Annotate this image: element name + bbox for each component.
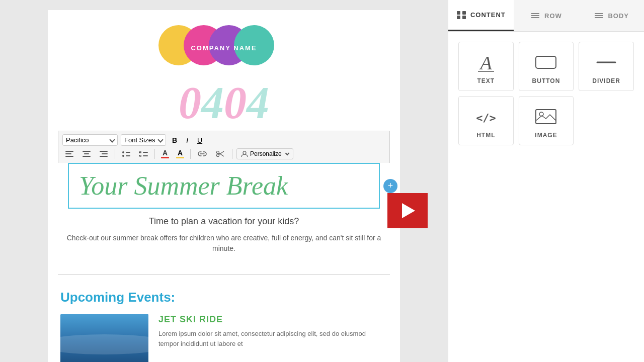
logo-area: COMPANY NAME	[48, 10, 400, 80]
event-image	[60, 314, 148, 362]
text-card-label: TEXT	[477, 77, 495, 84]
font-family-select[interactable]: Pacifico	[62, 134, 118, 146]
divider-card-label: DIVIDER	[592, 77, 620, 84]
font-size-chevron	[157, 137, 163, 142]
panel-content: A TEXT BUTTON DIVIDER	[448, 32, 644, 362]
scissors-icon	[216, 150, 225, 157]
tab-body[interactable]: BODY	[579, 0, 644, 31]
button-card-label: BUTTON	[532, 77, 560, 84]
font-color-swatch	[161, 157, 169, 158]
more-options-button[interactable]	[213, 149, 228, 159]
align-center-icon	[83, 151, 91, 157]
svg-line-3	[219, 151, 224, 155]
toolbar-divider-3	[190, 149, 191, 159]
svg-point-4	[243, 151, 246, 154]
personalize-icon	[241, 150, 248, 157]
events-title: Upcoming Events:	[60, 290, 387, 305]
unordered-list-button[interactable]	[119, 148, 133, 160]
email-canvas: COMPANY NAME 0 4 0 4 Pacifico Font Sizes	[48, 10, 400, 362]
svg-point-0	[217, 151, 219, 154]
content-tab-icon	[456, 11, 466, 20]
vacation-subheading: Time to plan a vacation for your kids?	[60, 216, 387, 227]
summer-heading: Your Summer Break	[79, 171, 369, 200]
align-right-button[interactable]	[97, 148, 111, 160]
body-tab-icon	[594, 12, 604, 20]
divider-card-icon	[595, 52, 617, 72]
svg-text:</>: </>	[476, 112, 496, 124]
event-description: Lorem ipsum dolor sit amet, consectetur …	[158, 329, 387, 348]
content-card-text[interactable]: A TEXT	[458, 42, 514, 91]
drag-handle[interactable]: +	[383, 179, 397, 193]
image-card-icon	[535, 107, 557, 127]
toolbar-divider-1	[115, 149, 115, 159]
right-panel: CONTENT ROW BODY A	[448, 0, 644, 362]
link-button[interactable]	[195, 149, 210, 159]
html-card-icon: </>	[475, 107, 497, 127]
row-tab-icon	[530, 12, 540, 20]
text-editor-toolbar: Pacifico Font Sizes B I U	[58, 131, 390, 163]
personalize-chevron	[285, 151, 289, 155]
font-size-select[interactable]: Font Sizes	[121, 134, 166, 146]
body-content: Time to plan a vacation for your kids? C…	[48, 209, 400, 269]
svg-rect-6	[462, 11, 466, 15]
button-card-icon	[535, 52, 557, 72]
svg-rect-17	[536, 56, 556, 68]
font-family-chevron	[109, 137, 115, 142]
ordered-list-icon: 1 2	[139, 151, 148, 157]
link-icon	[198, 150, 207, 157]
content-card-divider[interactable]: DIVIDER	[579, 42, 634, 91]
svg-point-1	[217, 154, 219, 157]
content-card-image[interactable]: IMAGE	[519, 96, 574, 145]
content-card-html[interactable]: </> HTML	[458, 96, 514, 145]
event-details: JET SKI RIDE Lorem ipsum dolor sit amet,…	[158, 314, 387, 348]
font-color-button[interactable]: A	[159, 148, 171, 159]
italic-button[interactable]: I	[183, 135, 191, 146]
ordered-list-button[interactable]: 1 2	[136, 148, 150, 160]
html-card-label: HTML	[476, 132, 495, 139]
event-row: JET SKI RIDE Lorem ipsum dolor sit amet,…	[60, 314, 387, 362]
svg-rect-20	[536, 110, 556, 124]
content-divider	[58, 274, 390, 275]
toolbar-divider-4	[232, 149, 232, 159]
bg-color-swatch	[176, 157, 184, 158]
unordered-list-icon	[122, 151, 130, 157]
decorative-numbers: 0 4 0 4	[48, 80, 400, 131]
wave-image	[60, 314, 148, 362]
personalize-button[interactable]: Personalize	[236, 148, 293, 159]
image-card-label: IMAGE	[535, 132, 557, 139]
event-name: JET SKI RIDE	[158, 314, 387, 325]
svg-line-2	[219, 153, 224, 157]
align-left-icon	[65, 151, 73, 157]
align-left-button[interactable]	[62, 148, 76, 160]
editor-area: COMPANY NAME 0 4 0 4 Pacifico Font Sizes	[0, 0, 448, 362]
play-icon	[402, 203, 415, 218]
company-name: COMPANY NAME	[191, 44, 257, 52]
bg-color-button[interactable]: A	[174, 148, 186, 159]
svg-rect-7	[457, 16, 460, 19]
video-thumbnail[interactable]	[387, 193, 428, 228]
font-color-icon: A	[163, 149, 168, 156]
underline-button[interactable]: U	[194, 135, 205, 146]
tab-content[interactable]: CONTENT	[448, 0, 514, 31]
svg-rect-8	[462, 16, 466, 19]
text-edit-box[interactable]: Your Summer Break	[68, 163, 380, 209]
panel-tabs: CONTENT ROW BODY	[448, 0, 644, 32]
svg-rect-5	[457, 11, 460, 15]
align-center-button[interactable]	[79, 148, 94, 160]
tab-row[interactable]: ROW	[514, 0, 579, 31]
bold-button[interactable]: B	[169, 135, 180, 146]
svg-point-21	[539, 112, 543, 116]
align-right-icon	[100, 151, 108, 157]
text-card-icon: A	[476, 52, 496, 72]
vacation-body: Check-out our summer break offers for ch…	[60, 233, 387, 254]
bg-color-icon: A	[178, 149, 183, 156]
toolbar-divider-2	[154, 149, 155, 159]
content-card-button[interactable]: BUTTON	[519, 42, 574, 91]
upcoming-events-section: Upcoming Events: JET SKI RIDE Lorem ipsu…	[48, 280, 400, 362]
svg-text:A: A	[478, 52, 492, 73]
